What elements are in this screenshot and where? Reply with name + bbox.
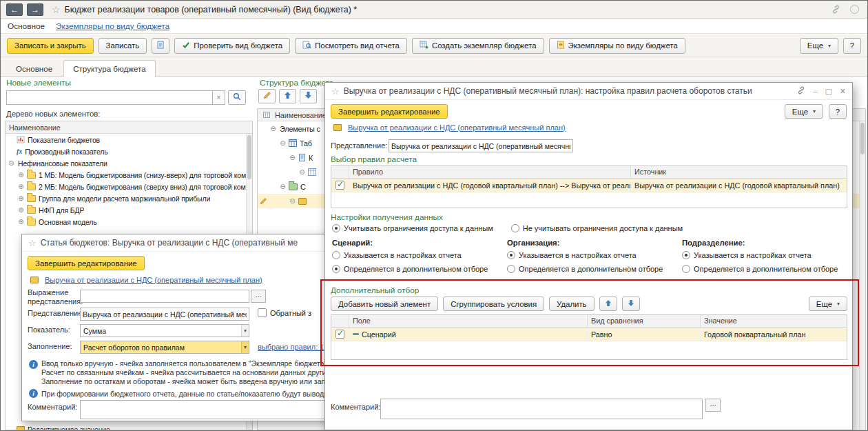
- collapse-icon[interactable]: [7, 159, 16, 167]
- tab-structure[interactable]: Структура бюджета: [63, 60, 156, 76]
- link-icon[interactable]: [797, 86, 805, 96]
- clear-icon[interactable]: ×: [213, 90, 225, 105]
- minimize-icon[interactable]: –: [813, 87, 817, 95]
- close-icon[interactable]: ✕: [840, 87, 846, 96]
- nav-instances-link[interactable]: Экземпляры по виду бюджета: [56, 21, 169, 31]
- more-button[interactable]: Еще ▾: [785, 104, 823, 119]
- move-up-button[interactable]: [279, 89, 296, 103]
- tree-item[interactable]: 2 МБ: Модель бюджетирования (сверху вниз…: [6, 181, 252, 192]
- save-button[interactable]: Записать: [99, 38, 147, 54]
- create-instance-button[interactable]: Создать экземпляр бюджета: [412, 38, 544, 54]
- element-link[interactable]: Выручка от реализации с НДС (оперативный…: [348, 123, 566, 132]
- tree-item[interactable]: Группа для модели расчета маржинальной п…: [6, 192, 252, 204]
- expression-more-button[interactable]: [251, 290, 266, 303]
- add-element-button[interactable]: Добавить новый элемент: [331, 297, 438, 311]
- finish-editing-button[interactable]: Завершить редактирование: [28, 256, 145, 270]
- collapse-icon[interactable]: [288, 197, 297, 205]
- vertical-scrollbar[interactable]: [859, 121, 865, 430]
- row-checkbox[interactable]: [335, 181, 344, 190]
- tree-item[interactable]: Показатели бюджетов: [6, 134, 252, 146]
- radio-label: Определяется в дополнительном отборе: [694, 265, 838, 273]
- more-button[interactable]: Еще ▾: [809, 297, 847, 311]
- tree-item[interactable]: Основная модель: [6, 216, 252, 228]
- save-close-button[interactable]: Записать и закрыть: [7, 38, 94, 54]
- move-up-button[interactable]: [599, 297, 617, 311]
- radio-icon: [332, 251, 340, 259]
- move-down-button[interactable]: [300, 89, 317, 103]
- tree-item[interactable]: fx Производный показатель: [6, 146, 252, 157]
- collapse-icon[interactable]: [288, 154, 297, 161]
- favorite-star-icon[interactable]: ☆: [52, 4, 61, 15]
- help-button[interactable]: ?: [829, 104, 847, 119]
- radio-consider-access[interactable]: Учитывать ограничения доступа к данным: [332, 224, 493, 232]
- radio-additional-filter[interactable]: Определяется в дополнительном отборе: [332, 265, 488, 273]
- row-checkbox[interactable]: [335, 330, 344, 339]
- search-button[interactable]: [228, 90, 246, 105]
- document-icon-button[interactable]: [152, 38, 169, 54]
- forward-button[interactable]: →: [27, 3, 43, 16]
- rule-row[interactable]: Выручка от реализации с НДС (годовой ква…: [331, 179, 847, 192]
- tree-item[interactable]: Нефинансовые показатели: [6, 157, 252, 169]
- fill-method-select[interactable]: Расчет оборотов по правилам ▾: [80, 341, 249, 354]
- arrow-up-icon: [284, 91, 291, 101]
- delete-button[interactable]: Удалить: [549, 297, 595, 311]
- scrollbar-thumb[interactable]: [860, 123, 865, 154]
- comment-input[interactable]: [380, 399, 703, 419]
- dialog-titlebar[interactable]: ☆ Выручка от реализации с НДС (оперативн…: [325, 83, 852, 100]
- expand-icon[interactable]: [17, 183, 25, 190]
- check-budget-type-button[interactable]: Проверить вид бюджета: [174, 38, 290, 54]
- tree-item-label: Элементы с: [280, 125, 320, 133]
- finish-editing-button[interactable]: Завершить редактирование: [331, 104, 448, 119]
- radio-additional-filter[interactable]: Определяется в дополнительном отборе: [682, 265, 838, 273]
- preview-report-button[interactable]: Посмотреть вид отчета: [295, 38, 407, 54]
- tree-item[interactable]: 1 МБ: Модель бюджетирования (снизу-вверх…: [6, 169, 252, 181]
- column-source: Источник: [631, 166, 847, 178]
- element-link[interactable]: Выручка от реализации с НДС (оперативный…: [45, 276, 262, 284]
- column-rule: Правило: [349, 166, 631, 178]
- tree-item[interactable]: НФП для БДР: [6, 204, 252, 216]
- expand-icon[interactable]: [17, 171, 25, 179]
- expand-icon[interactable]: [17, 218, 25, 225]
- presentation-input[interactable]: [389, 139, 573, 152]
- radio-label: Не учитывать ограничения доступа к данны…: [523, 224, 683, 232]
- indicator-select[interactable]: Сумма ▾: [80, 324, 249, 337]
- collapse-icon[interactable]: [278, 139, 287, 147]
- collapse-icon[interactable]: [269, 125, 278, 132]
- filter-row[interactable]: Сценарий Равно Годовой поквартальный пла…: [331, 328, 847, 341]
- favorite-star-icon[interactable]: ☆: [28, 238, 37, 248]
- collapse-icon[interactable]: [298, 168, 307, 176]
- search-input[interactable]: [6, 90, 213, 105]
- reverse-sign-checkbox[interactable]: Обратный з: [258, 308, 311, 317]
- radio-report-settings[interactable]: Указывается в настройках отчета: [507, 251, 637, 259]
- scrollbar-thumb[interactable]: [247, 135, 251, 179]
- checkbox-icon[interactable]: [258, 308, 267, 317]
- group-label: Подразделение:: [682, 239, 856, 247]
- radio-additional-filter[interactable]: Определяется в дополнительном отборе: [507, 265, 663, 273]
- maximize-icon[interactable]: ▢: [825, 87, 831, 96]
- instances-list-button[interactable]: Экземпляры по виду бюджета: [549, 38, 685, 54]
- favorite-star-icon[interactable]: ☆: [331, 86, 340, 97]
- article-icon: [298, 198, 307, 205]
- radio-report-settings[interactable]: Указывается в настройках отчета: [682, 251, 812, 259]
- collapse-icon[interactable]: [278, 183, 287, 190]
- more-button[interactable]: Еще ▾: [800, 38, 838, 54]
- move-down-button[interactable]: [622, 297, 640, 311]
- expression-input[interactable]: [80, 290, 249, 303]
- radio-ignore-access[interactable]: Не учитывать ограничения доступа к данны…: [511, 224, 683, 232]
- selected-rules-link[interactable]: выбрано правил: 1: [258, 343, 324, 351]
- link-icon[interactable]: [831, 5, 840, 14]
- radio-report-settings[interactable]: Указывается в настройках отчета: [332, 251, 462, 259]
- comment-more-button[interactable]: [705, 399, 721, 412]
- tree-item[interactable]: Редактируемое значение: [6, 423, 245, 430]
- expand-icon[interactable]: [17, 206, 25, 214]
- scenario-settings-group: Сценарий: Указывается в настройках отчет…: [332, 239, 506, 247]
- edit-button[interactable]: [258, 89, 276, 103]
- tab-main[interactable]: Основное: [6, 60, 62, 76]
- info-icon[interactable]: [850, 5, 859, 14]
- group-conditions-button[interactable]: Сгруппировать условия: [443, 297, 544, 311]
- nav-main-label[interactable]: Основное: [8, 21, 45, 31]
- help-button[interactable]: ?: [843, 38, 861, 54]
- expand-icon[interactable]: [17, 194, 25, 202]
- presentation-input[interactable]: [80, 308, 249, 321]
- back-button[interactable]: ←: [6, 3, 23, 16]
